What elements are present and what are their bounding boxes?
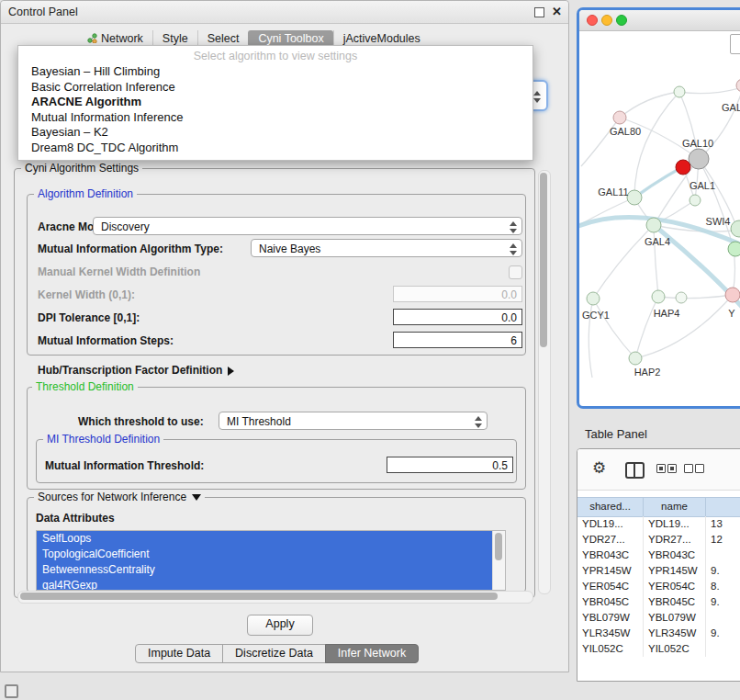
network-edge[interactable] — [620, 92, 679, 118]
network-node[interactable] — [629, 352, 642, 365]
network-edge[interactable] — [635, 297, 658, 358]
table-row[interactable]: YDL19...YDL19...13 — [577, 516, 740, 532]
apply-button[interactable]: Apply — [247, 615, 313, 636]
network-node[interactable] — [690, 195, 701, 206]
network-node[interactable] — [652, 290, 665, 303]
hub-definition-toggle[interactable]: Hub/Transcription Factor Definition — [38, 364, 234, 377]
attribute-item-gal4rgexp[interactable]: gal4RGexp — [37, 578, 505, 591]
bottom-tab-infer-network[interactable]: Infer Network — [325, 644, 419, 663]
table-row[interactable]: YDR27...YDR27...12 — [577, 532, 740, 548]
table-cell: YDR27... — [644, 532, 706, 548]
close-icon[interactable]: ✕ — [552, 5, 562, 18]
algorithm-dropdown-items: Bayesian – Hill ClimbingBasic Correlatio… — [18, 64, 533, 155]
tab-select[interactable]: Select — [197, 30, 249, 47]
sources-legend[interactable]: Sources for Network Inference — [34, 491, 205, 503]
attribute-list[interactable]: SelfLoopsTopologicalCoefficientBetweenne… — [36, 530, 506, 591]
table-cell: YBR045C — [644, 594, 706, 610]
minimize-traffic-light-icon[interactable] — [601, 15, 612, 26]
table-row[interactable]: YBL079WYBL079W — [577, 610, 740, 626]
dpi-tolerance-field[interactable]: 0.0 — [393, 309, 522, 325]
table-cell: 8. — [706, 579, 740, 594]
network-edge[interactable] — [635, 295, 733, 358]
table-row[interactable]: YIL052CYIL052C — [577, 641, 740, 657]
network-node-label: GAL1 — [690, 180, 715, 191]
settings-horizontal-scrollbar[interactable] — [17, 591, 533, 604]
network-node[interactable] — [676, 292, 687, 303]
bottom-tab-bar: Impute DataDiscretize DataInfer Network — [135, 644, 419, 663]
network-canvas[interactable]: GAL80GALGAL10GAL11GAL1SWI4GAL4GCY1HAP4YH… — [579, 30, 740, 409]
attribute-item-betweennesscentrality[interactable]: BetweennessCentrality — [37, 562, 505, 578]
table-row[interactable]: YBR045CYBR045C9. — [577, 594, 740, 610]
network-node[interactable] — [613, 111, 626, 124]
network-node[interactable] — [736, 79, 740, 92]
algorithm-option-mutual-information-inference[interactable]: Mutual Information Inference — [18, 110, 533, 126]
table-row[interactable]: YLR345WYLR345W9. — [577, 626, 740, 641]
network-edge[interactable] — [679, 87, 740, 94]
mi-threshold-field[interactable]: 0.5 — [387, 457, 513, 473]
panel-dock-icon[interactable] — [5, 684, 18, 698]
table-cell: YBR043C — [644, 548, 706, 563]
algorithm-option-dream8-dc-tdc-algorithm[interactable]: Dream8 DC_TDC Algorithm — [18, 141, 533, 156]
column-header-2[interactable] — [706, 498, 740, 516]
sources-legend-label: Sources for Network Inference — [38, 491, 186, 503]
network-node-label: GAL80 — [610, 126, 641, 137]
network-titlebar — [579, 10, 740, 31]
manual-kernel-label: Manual Kernel Width Definition — [38, 265, 200, 278]
zoom-traffic-light-icon[interactable] — [616, 15, 627, 26]
network-tab-icon — [87, 33, 97, 43]
expand-right-icon — [228, 367, 234, 376]
tab-cyni-toolbox[interactable]: Cyni Toolbox — [248, 30, 332, 47]
network-edge[interactable] — [581, 118, 620, 166]
table-cell: YBL079W — [577, 610, 644, 626]
bottom-tab-impute-data[interactable]: Impute Data — [135, 644, 223, 663]
cyni-settings-legend: Cyni Algorithm Settings — [21, 162, 142, 175]
columns-icon[interactable] — [625, 462, 645, 479]
which-threshold-select[interactable]: MI Threshold — [219, 412, 488, 430]
mi-steps-field[interactable]: 6 — [393, 332, 522, 348]
column-header-shared[interactable]: shared... — [577, 498, 644, 516]
network-node[interactable] — [646, 218, 661, 232]
attribute-item-selfloops[interactable]: SelfLoops — [37, 531, 505, 547]
attribute-list-scrollbar[interactable] — [492, 531, 505, 590]
network-edge[interactable] — [593, 299, 635, 358]
network-edge[interactable] — [658, 295, 733, 299]
mi-type-select[interactable]: Naive Bayes — [251, 239, 522, 257]
network-node-label: GAL10 — [682, 138, 713, 149]
network-node[interactable] — [587, 292, 600, 305]
aracne-mode-select[interactable]: Discovery — [93, 217, 522, 235]
algorithm-option-bayesian-k2[interactable]: Bayesian – K2 — [18, 125, 533, 141]
table-panel-title: Table Panel — [585, 427, 647, 441]
settings-vertical-scrollbar[interactable] — [538, 170, 551, 594]
network-node[interactable] — [728, 242, 740, 256]
network-node[interactable] — [725, 288, 740, 302]
algorithm-option-bayesian-hill-climbing[interactable]: Bayesian – Hill Climbing — [18, 64, 533, 80]
select-all-checkboxes-icon[interactable] — [656, 464, 677, 473]
table-row[interactable]: YBR043CYBR043C — [577, 548, 740, 563]
network-node[interactable] — [674, 86, 685, 97]
algorithm-option-aracne-algorithm[interactable]: ARACNE Algorithm — [18, 95, 533, 110]
network-node[interactable] — [731, 220, 740, 237]
table-toolbar: ⚙ — [577, 449, 740, 491]
stepper-arrows-icon — [509, 243, 518, 255]
algorithm-option-basic-correlation-inference[interactable]: Basic Correlation Inference — [18, 80, 533, 96]
kernel-width-field[interactable]: 0.0 — [393, 286, 522, 302]
tab-style[interactable]: Style — [152, 30, 197, 47]
network-node-label: HAP4 — [654, 308, 680, 319]
network-node[interactable] — [689, 149, 709, 169]
column-header-name[interactable]: name — [644, 498, 706, 516]
bottom-tab-discretize-data[interactable]: Discretize Data — [222, 644, 326, 663]
gear-icon[interactable]: ⚙ — [592, 458, 606, 478]
table-cell: YER054C — [577, 579, 644, 594]
network-node[interactable] — [627, 190, 642, 205]
network-node-label: GAL4 — [645, 236, 670, 247]
deselect-all-checkboxes-icon[interactable] — [684, 464, 704, 473]
tab-network[interactable]: Network — [78, 30, 152, 47]
table-row[interactable]: YER054CYER054C8. — [577, 579, 740, 594]
tab-jactivemodules[interactable]: jActiveModules — [333, 30, 430, 47]
manual-kernel-checkbox[interactable] — [509, 265, 522, 279]
close-traffic-light-icon[interactable] — [587, 15, 598, 26]
float-window-icon[interactable] — [534, 7, 544, 17]
network-node[interactable] — [676, 160, 690, 175]
attribute-item-topologicalcoefficient[interactable]: TopologicalCoefficient — [37, 547, 505, 562]
table-row[interactable]: YPR145WYPR145W9. — [577, 563, 740, 579]
